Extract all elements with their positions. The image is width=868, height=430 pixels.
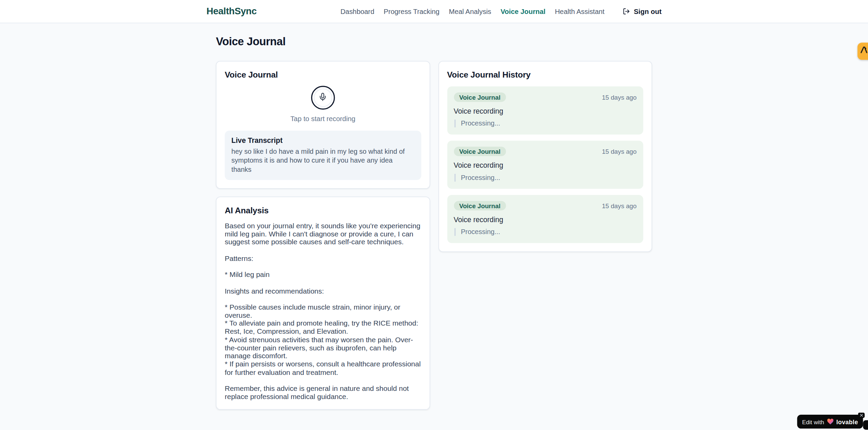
sign-out-button[interactable]: Sign out: [623, 7, 662, 15]
entry-status: Processing...: [454, 174, 636, 182]
heart-icon: [827, 417, 834, 427]
main-content: Voice Journal Voice Journal: [207, 23, 661, 410]
entry-label: Voice recording: [454, 215, 637, 224]
page-title: Voice Journal: [216, 35, 652, 48]
microphone-icon: [318, 92, 327, 103]
nav-item-health-assistant[interactable]: Health Assistant: [555, 7, 604, 15]
history-list: Voice Journal 15 days ago Voice recordin…: [447, 86, 643, 243]
tap-to-record-hint: Tap to start recording: [290, 115, 355, 123]
ai-analysis-title: AI Analysis: [225, 205, 421, 215]
history-entry[interactable]: Voice Journal 15 days ago Voice recordin…: [447, 140, 643, 189]
history-entry[interactable]: Voice Journal 15 days ago Voice recordin…: [447, 86, 643, 135]
edit-with-lovable-badge[interactable]: Edit with lovable ✕: [797, 415, 863, 429]
entry-timestamp: 15 days ago: [602, 148, 637, 155]
voice-recorder-card: Voice Journal Tap to start rec: [216, 61, 430, 189]
app-logo[interactable]: HealthSync: [206, 6, 256, 17]
close-icon[interactable]: ✕: [858, 413, 865, 418]
live-transcript-text: hey so like I do have a mild pain in my …: [231, 148, 414, 175]
nav-item-meal-analysis[interactable]: Meal Analysis: [449, 7, 491, 15]
corner-widget-chip[interactable]: [863, 420, 868, 430]
entry-label: Voice recording: [454, 107, 637, 115]
side-feedback-widget[interactable]: [857, 43, 868, 60]
brand-a-icon: [860, 46, 868, 56]
top-nav: Dashboard Progress Tracking Meal Analysi…: [340, 7, 662, 15]
header: HealthSync Dashboard Progress Tracking M…: [0, 0, 868, 23]
nav-item-voice-journal[interactable]: Voice Journal: [501, 7, 546, 15]
entry-status: Processing...: [454, 228, 636, 236]
live-transcript-title: Live Transcript: [231, 136, 414, 144]
ai-analysis-card: AI Analysis Based on your journal entry,…: [216, 197, 430, 410]
entry-timestamp: 15 days ago: [602, 94, 637, 101]
app-root: HealthSync Dashboard Progress Tracking M…: [0, 0, 868, 430]
lovable-badge-prefix: Edit with: [802, 418, 824, 425]
sign-out-label: Sign out: [634, 7, 662, 15]
entry-status: Processing...: [454, 120, 636, 128]
history-card-title: Voice Journal History: [447, 70, 643, 79]
entry-type-badge: Voice Journal: [454, 93, 506, 102]
recorder-card-title: Voice Journal: [225, 70, 421, 79]
nav-item-dashboard[interactable]: Dashboard: [340, 7, 374, 15]
ai-analysis-body: Based on your journal entry, it sounds l…: [225, 222, 421, 401]
entry-type-badge: Voice Journal: [454, 147, 506, 156]
nav-item-progress-tracking[interactable]: Progress Tracking: [384, 7, 439, 15]
voice-journal-history-card: Voice Journal History Voice Journal 15 d…: [438, 61, 652, 252]
record-button[interactable]: [311, 86, 335, 110]
log-out-icon: [623, 8, 630, 15]
entry-timestamp: 15 days ago: [602, 202, 637, 209]
history-entry[interactable]: Voice Journal 15 days ago Voice recordin…: [447, 195, 643, 243]
entry-type-badge: Voice Journal: [454, 201, 506, 211]
live-transcript-box: Live Transcript hey so like I do have a …: [225, 131, 421, 180]
lovable-badge-brand: lovable: [836, 418, 858, 425]
entry-label: Voice recording: [454, 161, 637, 169]
